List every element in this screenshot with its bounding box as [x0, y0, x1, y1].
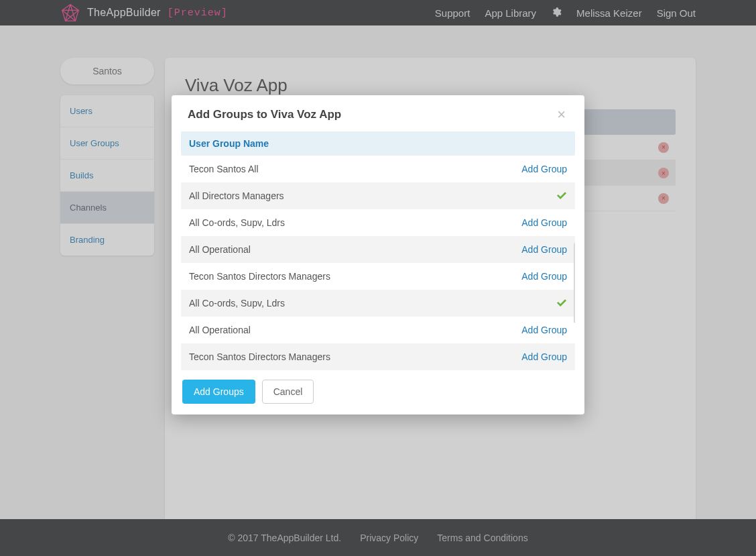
add-groups-button[interactable]: Add Groups	[182, 380, 255, 404]
close-icon[interactable]: ×	[554, 107, 568, 122]
group-row: All Co-ords, Supv, Ldrs	[181, 290, 575, 317]
add-group-button[interactable]: Add Group	[521, 271, 567, 282]
group-row: Tecon Santos Directors Managers Add Grou…	[181, 343, 575, 370]
cancel-button[interactable]: Cancel	[262, 380, 314, 404]
group-row: All Co-ords, Supv, Ldrs Add Group	[181, 209, 575, 236]
group-row: All Operational Add Group	[181, 317, 575, 343]
check-icon	[556, 190, 567, 201]
scrollbar-thumb[interactable]	[574, 243, 575, 323]
add-group-button[interactable]: Add Group	[521, 244, 567, 255]
modal-header: Add Groups to Viva Voz App ×	[172, 95, 584, 127]
add-group-button[interactable]: Add Group	[521, 217, 567, 228]
group-name: Tecon Santos All	[189, 164, 259, 174]
group-column-header: User Group Name	[181, 131, 575, 156]
group-name: All Operational	[189, 244, 251, 255]
group-name: All Operational	[189, 325, 251, 335]
modal-actions: Add Groups Cancel	[172, 370, 584, 404]
group-name: All Co-ords, Supv, Ldrs	[189, 298, 285, 309]
group-name: All Directors Managers	[189, 190, 284, 201]
group-row: Tecon Santos Directors Managers Add Grou…	[181, 263, 575, 290]
group-row: Tecon Santos All Add Group	[181, 156, 575, 182]
group-name: Tecon Santos Directors Managers	[189, 271, 330, 282]
add-group-button[interactable]: Add Group	[521, 351, 567, 362]
add-groups-modal: Add Groups to Viva Voz App × User Group …	[172, 95, 584, 414]
add-group-button[interactable]: Add Group	[521, 164, 567, 174]
check-icon	[556, 298, 567, 309]
group-row: All Operational Add Group	[181, 236, 575, 263]
group-table: User Group Name Tecon Santos All Add Gro…	[181, 131, 575, 370]
add-group-button[interactable]: Add Group	[521, 325, 567, 335]
group-list[interactable]: Tecon Santos All Add Group All Directors…	[181, 156, 575, 370]
group-name: All Co-ords, Supv, Ldrs	[189, 217, 285, 228]
modal-title: Add Groups to Viva Voz App	[188, 108, 341, 121]
group-name: Tecon Santos Directors Managers	[189, 351, 330, 362]
group-row: All Directors Managers	[181, 182, 575, 209]
